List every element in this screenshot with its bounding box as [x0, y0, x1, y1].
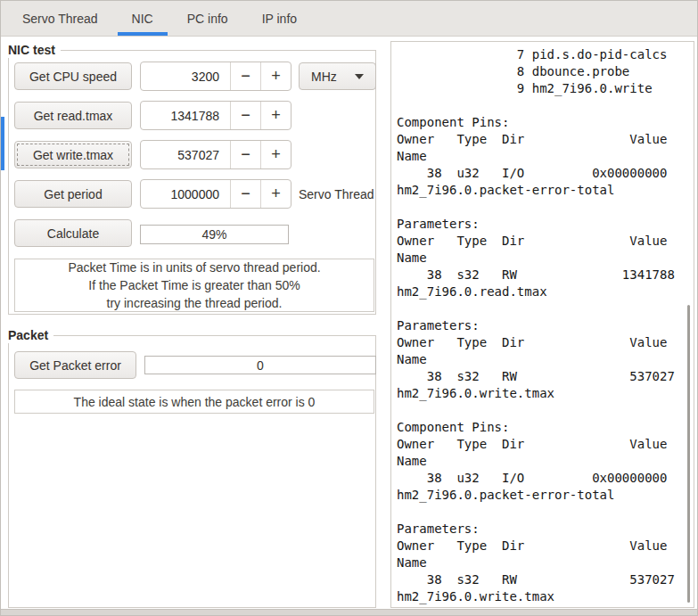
cpu-speed-unit-value: MHz [311, 70, 337, 84]
packet-time-note-line1: Packet Time is in units of servo thread … [68, 259, 320, 276]
cpu-speed-increment-button[interactable]: + [260, 62, 291, 90]
servo-thread-label: Servo Thread [299, 179, 374, 209]
write-tmax-decrement-button[interactable]: − [230, 141, 260, 168]
cpu-speed-spinbox: 3200 − + [140, 62, 292, 91]
app-window: Servo Thread NIC PC info IP info NIC tes… [0, 0, 698, 616]
packet-group: Packet Get Packet error 0 The ideal stat… [8, 335, 376, 608]
packet-error-value: 0 [144, 356, 376, 374]
get-period-button[interactable]: Get period [14, 180, 132, 208]
period-increment-button[interactable]: + [260, 180, 291, 208]
read-tmax-value[interactable]: 1341788 [141, 102, 230, 129]
tab-servo-thread[interactable]: Servo Thread [8, 1, 112, 36]
packet-time-note-line3: try increasing the thread period. [107, 294, 283, 312]
packet-error-note-line: The ideal state is when the packet error… [74, 393, 316, 411]
get-packet-error-button[interactable]: Get Packet error [14, 351, 136, 379]
cpu-speed-decrement-button[interactable]: − [230, 62, 260, 90]
write-tmax-spinbox: 537027 − + [140, 140, 292, 169]
packet-time-note: Packet Time is in units of servo thread … [14, 259, 374, 312]
nic-test-group: NIC test Get CPU speed 3200 − + MHz Get … [8, 50, 376, 315]
chevron-down-icon [355, 74, 364, 79]
window-bottom-edge [1, 609, 697, 615]
write-tmax-increment-button[interactable]: + [260, 141, 291, 168]
packet-error-note: The ideal state is when the packet error… [14, 390, 374, 414]
packet-time-note-line2: If the Packet Time is greater than 50% [88, 276, 300, 294]
hal-output-panel[interactable]: 7 pid.s.do-pid-calcs 8 dbounce.probe 9 h… [390, 41, 694, 608]
left-scroll-indicator [1, 117, 4, 170]
tab-nic[interactable]: NIC [118, 1, 168, 36]
get-read-tmax-button[interactable]: Get read.tmax [14, 102, 132, 129]
get-write-tmax-button[interactable]: Get write.tmax [14, 141, 132, 168]
calculate-button[interactable]: Calculate [14, 219, 132, 247]
tab-bar: Servo Thread NIC PC info IP info [1, 1, 697, 37]
read-tmax-spinbox: 1341788 − + [140, 101, 292, 130]
packet-time-progress: 49% [140, 225, 289, 244]
tab-pc-info[interactable]: PC info [173, 1, 242, 36]
period-decrement-button[interactable]: − [230, 180, 260, 208]
tab-ip-info[interactable]: IP info [248, 1, 311, 36]
write-tmax-value[interactable]: 537027 [141, 141, 230, 168]
period-spinbox: 1000000 − + [140, 179, 292, 209]
vertical-scrollbar-thumb[interactable] [687, 305, 690, 603]
nic-test-group-title: NIC test [8, 43, 61, 58]
hal-output-text: 7 pid.s.do-pid-calcs 8 dbounce.probe 9 h… [397, 46, 688, 605]
packet-group-title: Packet [8, 328, 53, 343]
period-value[interactable]: 1000000 [141, 180, 230, 208]
cpu-speed-value[interactable]: 3200 [141, 62, 230, 90]
read-tmax-increment-button[interactable]: + [260, 102, 291, 129]
cpu-speed-unit-dropdown[interactable]: MHz [299, 62, 376, 90]
read-tmax-decrement-button[interactable]: − [230, 102, 260, 129]
get-cpu-speed-button[interactable]: Get CPU speed [14, 62, 132, 90]
